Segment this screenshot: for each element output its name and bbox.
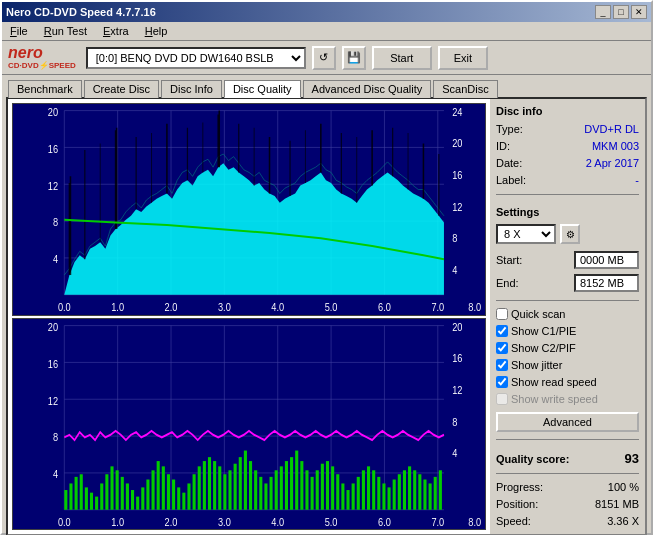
quick-scan-checkbox[interactable] [496, 308, 508, 320]
svg-rect-82 [228, 470, 231, 509]
date-label: Date: [496, 157, 522, 169]
start-button[interactable]: Start [372, 46, 432, 70]
svg-text:24: 24 [452, 105, 462, 118]
quality-score-row: Quality score: 93 [496, 451, 639, 466]
id-label: ID: [496, 140, 510, 152]
svg-text:8.0: 8.0 [468, 299, 481, 312]
svg-rect-112 [382, 483, 385, 509]
svg-rect-72 [177, 487, 180, 509]
tab-disc-quality[interactable]: Disc Quality [224, 80, 301, 98]
svg-text:20: 20 [48, 319, 58, 332]
minimize-button[interactable]: _ [595, 5, 611, 19]
svg-text:8: 8 [452, 231, 457, 244]
close-button[interactable]: ✕ [631, 5, 647, 19]
start-mb-input[interactable] [574, 251, 639, 269]
end-mb-input[interactable] [574, 274, 639, 292]
chart-pie-svg: 20 16 12 8 4 24 20 16 12 8 4 0.0 1.0 [13, 104, 485, 315]
maximize-button[interactable]: □ [613, 5, 629, 19]
svg-rect-94 [290, 457, 293, 510]
svg-text:12: 12 [48, 178, 58, 191]
svg-text:4: 4 [452, 263, 457, 276]
svg-rect-95 [295, 450, 298, 509]
progress-label: Progress: [496, 481, 543, 493]
show-jitter-checkbox[interactable] [496, 359, 508, 371]
checkbox-quick-scan: Quick scan [496, 308, 639, 320]
svg-text:7.0: 7.0 [431, 514, 444, 527]
svg-rect-89 [264, 483, 267, 509]
svg-rect-87 [254, 470, 257, 509]
position-row: Position: 8151 MB [496, 498, 639, 510]
svg-rect-90 [270, 476, 273, 509]
svg-rect-74 [187, 483, 190, 509]
svg-rect-98 [311, 476, 314, 509]
advanced-button[interactable]: Advanced [496, 412, 639, 432]
tab-advanced-disc-quality[interactable]: Advanced Disc Quality [303, 80, 432, 98]
show-write-speed-checkbox[interactable] [496, 393, 508, 405]
svg-rect-101 [326, 461, 329, 510]
divider-1 [496, 194, 639, 195]
end-mb-label: End: [496, 277, 519, 289]
tab-scandisc[interactable]: ScanDisc [433, 80, 497, 98]
svg-text:8: 8 [452, 414, 457, 427]
save-button[interactable]: 💾 [342, 46, 366, 70]
svg-text:16: 16 [452, 168, 462, 181]
show-c2-pif-checkbox[interactable] [496, 342, 508, 354]
exit-button[interactable]: Exit [438, 46, 488, 70]
quality-score-value: 93 [625, 451, 639, 466]
quality-score-label: Quality score: [496, 453, 569, 465]
svg-text:6.0: 6.0 [378, 299, 391, 312]
svg-text:2.0: 2.0 [165, 514, 178, 527]
tab-benchmark[interactable]: Benchmark [8, 80, 82, 98]
svg-text:5.0: 5.0 [325, 299, 338, 312]
show-write-speed-label: Show write speed [511, 393, 598, 405]
checkbox-jitter: Show jitter [496, 359, 639, 371]
menu-help[interactable]: Help [141, 24, 172, 38]
svg-rect-68 [157, 461, 160, 510]
svg-rect-70 [167, 474, 170, 510]
svg-rect-88 [259, 476, 262, 509]
drive-select[interactable]: [0:0] BENQ DVD DD DW1640 BSLB [86, 47, 306, 69]
disc-info-title: Disc info [496, 105, 639, 117]
tab-create-disc[interactable]: Create Disc [84, 80, 159, 98]
svg-rect-76 [198, 466, 201, 509]
svg-rect-85 [244, 450, 247, 509]
svg-text:20: 20 [452, 136, 462, 149]
svg-rect-73 [182, 492, 185, 509]
menu-run-test[interactable]: Run Test [40, 24, 91, 38]
svg-rect-122 [434, 476, 437, 509]
show-c1-pie-checkbox[interactable] [496, 325, 508, 337]
svg-rect-78 [208, 457, 211, 510]
svg-text:16: 16 [452, 351, 462, 364]
svg-rect-64 [136, 496, 139, 509]
svg-rect-121 [429, 483, 432, 509]
menu-bar: File Run Test Extra Help [2, 22, 651, 41]
chart-pif-svg: 20 16 12 8 4 20 16 12 8 4 0.0 1.0 2. [13, 319, 485, 530]
svg-rect-80 [218, 466, 221, 509]
right-panel: Disc info Type: DVD+R DL ID: MKM 003 Dat… [490, 99, 645, 534]
svg-rect-77 [203, 461, 206, 510]
label-label: Label: [496, 174, 526, 186]
svg-rect-86 [249, 461, 252, 510]
position-label: Position: [496, 498, 538, 510]
speed-select[interactable]: 8 X [496, 224, 556, 244]
svg-rect-119 [418, 474, 421, 510]
tab-bar: Benchmark Create Disc Disc Info Disc Qua… [2, 75, 651, 97]
svg-text:8: 8 [53, 215, 58, 228]
checkbox-write-speed: Show write speed [496, 393, 639, 405]
svg-rect-113 [388, 487, 391, 509]
svg-rect-54 [85, 487, 88, 509]
reload-button[interactable]: ↺ [312, 46, 336, 70]
menu-file[interactable]: File [6, 24, 32, 38]
menu-extra[interactable]: Extra [99, 24, 133, 38]
svg-text:16: 16 [48, 356, 58, 369]
divider-4 [496, 473, 639, 474]
settings-icon-button[interactable]: ⚙ [560, 224, 580, 244]
svg-text:4.0: 4.0 [271, 514, 284, 527]
tab-disc-info[interactable]: Disc Info [161, 80, 222, 98]
svg-text:7.0: 7.0 [431, 299, 444, 312]
svg-rect-62 [126, 483, 129, 509]
svg-rect-110 [372, 470, 375, 509]
show-read-speed-checkbox[interactable] [496, 376, 508, 388]
svg-rect-56 [95, 496, 98, 509]
svg-text:8.0: 8.0 [468, 514, 481, 527]
